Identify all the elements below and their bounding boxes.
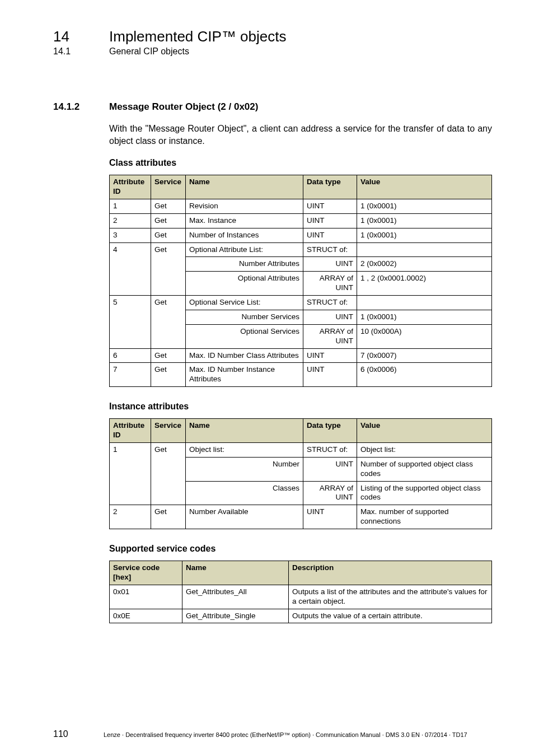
table-row: Classes ARRAY of UINT Listing of the sup… [110, 481, 492, 505]
instance-attributes-heading: Instance attributes [109, 402, 492, 412]
table-header-row: Attribute ID Service Name Data type Valu… [110, 419, 492, 443]
col-service: Service [151, 175, 186, 199]
divider: _ _ _ _ _ _ _ _ _ _ _ _ _ _ _ _ _ _ _ _ … [53, 73, 492, 82]
table-header-row: Attribute ID Service Name Data type Valu… [110, 175, 492, 199]
col-attr-id: Attribute ID [110, 175, 151, 199]
table-row: 6 Get Max. ID Number Class Attributes UI… [110, 348, 492, 363]
col-data-type: Data type [303, 175, 357, 199]
col-value: Value [357, 175, 492, 199]
chapter-number: 14 [53, 28, 109, 45]
col-name: Name [186, 419, 303, 443]
col-attr-id: Attribute ID [110, 419, 151, 443]
service-codes-table: Service code [hex] Name Description 0x01… [109, 561, 492, 623]
section-number: 14.1.2 [53, 101, 109, 113]
table-row: 0x0E Get_Attribute_Single Outputs the va… [110, 609, 492, 623]
page-number: 110 [53, 729, 104, 739]
col-value: Value [357, 419, 492, 443]
col-name: Name [186, 175, 303, 199]
table-row: Optional Attributes ARRAY of UINT 1 , 2 … [110, 272, 492, 296]
chapter-title: Implemented CIP™ objects [109, 28, 286, 45]
footer-text: Lenze · Decentralised frequency inverter… [104, 731, 467, 738]
col-service-code: Service code [hex] [110, 561, 182, 585]
col-description: Description [289, 561, 492, 585]
table-row: 5 Get Optional Service List: STRUCT of: [110, 296, 492, 310]
table-row: Optional Services ARRAY of UINT 10 (0x00… [110, 324, 492, 348]
col-service: Service [151, 419, 186, 443]
class-attributes-heading: Class attributes [109, 158, 492, 168]
table-row: Number UINT Number of supported object c… [110, 457, 492, 481]
table-row: 0x01 Get_Attributes_All Outputs a list o… [110, 585, 492, 609]
section-title: Message Router Object (2 / 0x02) [109, 101, 258, 113]
subchapter-number: 14.1 [53, 46, 109, 57]
instance-attributes-table: Attribute ID Service Name Data type Valu… [109, 418, 492, 529]
class-attributes-table: Attribute ID Service Name Data type Valu… [109, 175, 492, 387]
table-row: 7 Get Max. ID Number Instance Attributes… [110, 363, 492, 387]
table-row: 1 Get Revision UINT 1 (0x0001) [110, 199, 492, 213]
table-row: 3 Get Number of Instances UINT 1 (0x0001… [110, 228, 492, 242]
table-row: Number Attributes UINT 2 (0x0002) [110, 257, 492, 272]
table-row: 2 Get Number Available UINT Max. number … [110, 505, 492, 529]
table-row: 1 Get Object list: STRUCT of: Object lis… [110, 442, 492, 457]
table-header-row: Service code [hex] Name Description [110, 561, 492, 585]
col-name: Name [182, 561, 289, 585]
subchapter-title: General CIP objects [109, 46, 189, 57]
intro-paragraph: With the "Message Router Object", a clie… [109, 123, 492, 147]
table-row: 2 Get Max. Instance UINT 1 (0x0001) [110, 213, 492, 228]
col-data-type: Data type [303, 419, 357, 443]
page-footer: 110 Lenze · Decentralised frequency inve… [53, 729, 492, 739]
service-codes-heading: Supported service codes [109, 544, 492, 554]
table-row: Number Services UINT 1 (0x0001) [110, 310, 492, 324]
table-row: 4 Get Optional Attribute List: STRUCT of… [110, 242, 492, 257]
